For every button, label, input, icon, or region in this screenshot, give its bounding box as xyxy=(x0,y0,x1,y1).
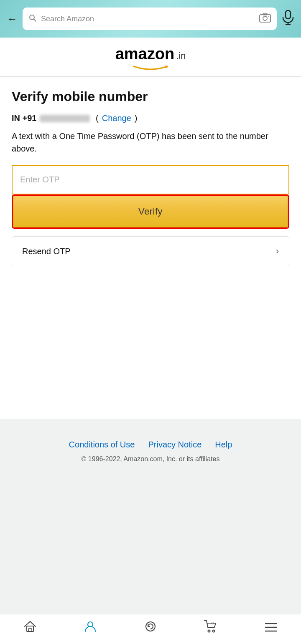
camera-icon xyxy=(259,13,271,25)
phone-paren-open: ( xyxy=(93,114,98,123)
nav-home[interactable] xyxy=(0,621,60,635)
svg-point-13 xyxy=(146,622,155,631)
bottom-nav: 0 xyxy=(0,614,301,644)
footer: Conditions of Use Privacy Notice Help © … xyxy=(0,419,301,471)
footer-links-row: Conditions of Use Privacy Notice Help xyxy=(12,440,289,450)
account-icon xyxy=(84,620,97,636)
otp-description: A text with a One Time Password (OTP) ha… xyxy=(12,130,289,155)
search-bar[interactable]: Search Amazon xyxy=(23,8,277,30)
nav-cart[interactable]: 0 xyxy=(181,620,241,636)
conditions-of-use-link[interactable]: Conditions of Use xyxy=(69,440,135,450)
page-title: Verify mobile number xyxy=(12,88,289,104)
help-link[interactable]: Help xyxy=(215,440,232,450)
back-button[interactable]: ← xyxy=(7,13,18,25)
smile-icon xyxy=(132,63,169,71)
nav-account[interactable] xyxy=(60,620,120,636)
nav-returns[interactable] xyxy=(120,620,181,636)
returns-icon xyxy=(144,620,157,636)
nav-menu[interactable] xyxy=(241,621,301,635)
svg-marker-9 xyxy=(165,65,168,68)
resend-otp-label: Resend OTP xyxy=(22,247,71,256)
otp-input-wrapper xyxy=(12,165,289,194)
svg-rect-2 xyxy=(260,15,270,22)
logo-amazon-text: amazon xyxy=(115,45,174,63)
phone-prefix: IN +91 xyxy=(12,114,36,123)
svg-rect-5 xyxy=(268,16,269,17)
resend-otp-button[interactable]: Resend OTP › xyxy=(12,236,289,266)
chevron-right-icon: › xyxy=(276,246,279,257)
svg-rect-11 xyxy=(28,629,32,631)
footer-copyright: © 1996-2022, Amazon.com, Inc. or its aff… xyxy=(12,455,289,463)
mic-icon[interactable] xyxy=(282,10,294,28)
main-content: Verify mobile number IN +91 ( Change ) A… xyxy=(0,77,301,419)
verify-button[interactable]: Verify xyxy=(13,196,288,227)
privacy-notice-link[interactable]: Privacy Notice xyxy=(148,440,202,450)
svg-point-14 xyxy=(208,630,210,632)
menu-icon xyxy=(265,621,277,635)
phone-paren-close: ) xyxy=(135,114,138,123)
change-link[interactable]: Change xyxy=(102,114,131,123)
verify-button-wrapper: Verify xyxy=(12,194,289,229)
svg-point-3 xyxy=(263,16,267,20)
search-icon xyxy=(28,14,37,24)
otp-input[interactable] xyxy=(13,166,288,194)
svg-point-15 xyxy=(213,630,215,632)
svg-line-1 xyxy=(34,19,36,21)
logo-in-text: .in xyxy=(176,51,186,61)
browser-bar: ← Search Amazon xyxy=(0,0,301,38)
cart-icon: 0 xyxy=(204,620,217,636)
spacer xyxy=(0,471,301,614)
phone-number-masked xyxy=(40,115,90,122)
search-placeholder: Search Amazon xyxy=(41,15,255,23)
svg-rect-6 xyxy=(286,10,291,19)
amazon-logo: amazon.in xyxy=(115,45,186,71)
amazon-header: amazon.in xyxy=(0,38,301,77)
home-icon xyxy=(24,621,36,635)
phone-info-line: IN +91 ( Change ) xyxy=(12,114,289,123)
svg-text:0: 0 xyxy=(212,621,214,625)
